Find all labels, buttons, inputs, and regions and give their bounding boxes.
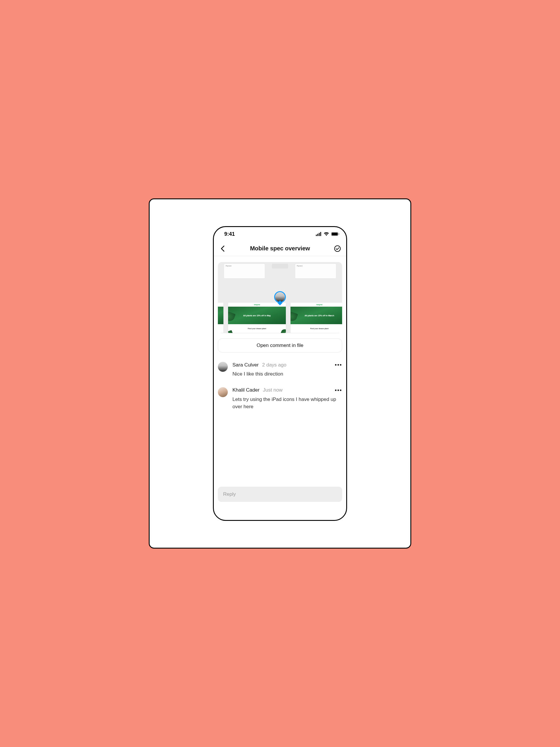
reply-placeholder: Reply (223, 491, 236, 497)
status-time: 9:41 (224, 231, 235, 237)
comment: Khalil Cader Just now ••• Lets try using… (218, 387, 342, 411)
hero-text: All plants are 15% off in May (243, 314, 271, 317)
back-button[interactable] (217, 243, 228, 254)
battery-icon (331, 232, 339, 236)
content-area: Payment Payment twigma All plants are 15… (214, 256, 346, 487)
outer-frame: 9:41 Mobile spec overview Payment (149, 199, 411, 548)
comment-time: 2 days ago (262, 362, 287, 368)
chevron-left-icon (220, 246, 224, 252)
reply-bar: Reply (218, 487, 342, 502)
mock-card: Payment (295, 263, 336, 279)
comment-more-button[interactable]: ••• (335, 362, 342, 368)
page-title: Mobile spec overview (228, 245, 332, 252)
comment-pin[interactable] (274, 291, 286, 303)
resolve-button[interactable] (332, 243, 343, 254)
mock-tile: twigma All plants are 15% off in May Fin… (228, 302, 286, 333)
mock-bottom-row: twigma All plants are 15% off in May Fin… (218, 302, 342, 333)
nav-bar: Mobile spec overview (214, 241, 346, 256)
svg-rect-0 (316, 235, 317, 236)
tagline-text: Find your dream plant (310, 328, 328, 330)
file-preview[interactable]: Payment Payment twigma All plants are 15… (218, 262, 342, 333)
comment-time: Just now (263, 387, 283, 393)
comment-more-button[interactable]: ••• (335, 387, 342, 393)
mock-top-row: Payment Payment (218, 263, 342, 279)
status-icons (316, 232, 339, 236)
mock-card: Payment (224, 263, 265, 279)
svg-rect-1 (317, 234, 318, 236)
avatar (218, 362, 228, 372)
svg-point-7 (335, 246, 340, 252)
comment-body: Sara Culver 2 days ago ••• Nice I like t… (233, 362, 342, 378)
comment-author: Khalil Cader (233, 387, 260, 393)
status-bar: 9:41 (214, 227, 346, 241)
comment-author: Sara Culver (233, 362, 259, 368)
comment-body: Khalil Cader Just now ••• Lets try using… (233, 387, 342, 411)
reply-input[interactable]: Reply (218, 487, 342, 502)
mock-card-label: Payment (226, 265, 232, 267)
mock-tile (218, 302, 224, 333)
avatar (218, 387, 228, 397)
comment: Sara Culver 2 days ago ••• Nice I like t… (218, 362, 342, 378)
hero-text: All plants are 15% off in March (304, 314, 334, 317)
comment-text: Lets try using the iPad icons I have whi… (233, 396, 342, 411)
cellular-icon (316, 232, 322, 236)
svg-rect-2 (319, 233, 320, 236)
mock-tile: twigma All plants are 15% off in March F… (290, 302, 342, 333)
device-frame: 9:41 Mobile spec overview Payment (213, 226, 347, 521)
open-in-file-button[interactable]: Open comment in file (218, 338, 342, 353)
svg-rect-6 (339, 233, 339, 235)
svg-rect-3 (320, 232, 321, 236)
tagline-text: Find your dream plant (248, 328, 266, 330)
comment-text: Nice I like this direction (233, 370, 342, 378)
mock-card-label: Payment (297, 265, 303, 267)
brand-text: twigma (254, 304, 260, 306)
wifi-icon (323, 232, 329, 236)
check-circle-icon (334, 245, 341, 252)
svg-rect-5 (331, 233, 338, 235)
brand-text: twigma (317, 304, 323, 306)
